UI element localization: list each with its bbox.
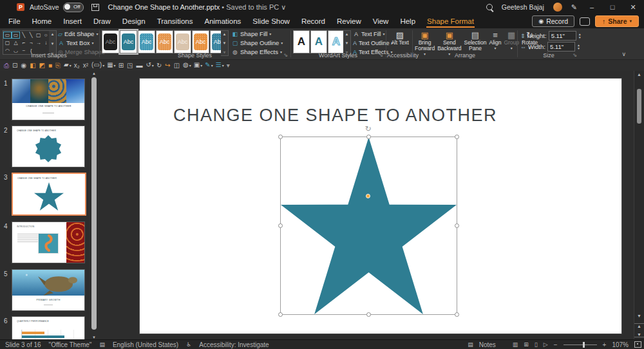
zoom-slider-thumb[interactable] [583,342,585,348]
shape-option[interactable]: ▢ [35,32,42,39]
dialog-launcher-icon[interactable]: ⇘ [283,53,288,58]
slide-thumbnail-5[interactable]: PRIMARY GROWTH [12,269,85,311]
scroll-up-icon[interactable]: ▲ [345,32,349,36]
shape-style-option[interactable]: Abc [138,30,155,53]
shape-option[interactable]: → [35,39,42,46]
scrollbar-thumb[interactable] [637,89,641,124]
ribbon-button[interactable]: ◧ Shape Fill ▾ [232,30,287,38]
zoom-in-button[interactable]: + [603,341,607,348]
thumbnail-panel-scrollbar[interactable]: ▲ ▼ [91,71,97,340]
wordart-style-option[interactable]: A [328,30,345,53]
record-button[interactable]: ◉ Record [532,15,574,27]
undo-icon[interactable]: ↺ ▾ [146,62,153,69]
resize-handle-s[interactable] [366,312,371,317]
vertical-scrollbar[interactable]: ▲ ▼ ▲ ▼ [634,71,644,340]
ribbon-button[interactable]: A Text Outline ▾ [353,39,390,47]
start-slideshow-icon[interactable]: ⊡ [12,62,18,69]
superscript-icon[interactable]: x² [83,62,89,69]
shape-style-option[interactable]: Abc [102,30,119,53]
shapes-gallery[interactable]: ▭▭╲╲▢○▢△⌐¬→↓◠◡~{ [3,30,50,55]
dialog-launcher-icon[interactable]: ⇘ [573,53,577,58]
shape-style-option[interactable]: Abc [120,30,137,53]
slide-thumbnail-4[interactable]: INTRODUCTION [12,222,85,263]
slideshow-icon[interactable]: ▷ [544,341,548,348]
share-button[interactable]: ↑ Share ▾ [595,15,639,27]
slide-thumbnail-2[interactable]: CHANGE ONE SHAPE TO ANOTHER [12,126,85,167]
chevron-down-icon[interactable]: ∨ [281,3,286,11]
ribbon-tab[interactable]: Draw [88,15,117,28]
shape-option[interactable]: ▭ [3,32,12,39]
minimize-button[interactable]: – [586,3,598,11]
shapes-icon[interactable]: ◩ [39,62,46,69]
ribbon-button[interactable]: A Text Box ▾ [58,39,98,47]
resize-handle-w[interactable] [278,223,283,228]
format-painter-icon[interactable]: ▰ ▾ [64,62,71,69]
ribbon-button[interactable]: ▢ Shape Outline ▾ [232,39,287,47]
fit-slide-to-window-icon[interactable] [634,341,641,348]
spell-check-icon[interactable]: ▤ [99,341,105,348]
table-icon[interactable]: ▦ ▾ [107,62,115,69]
scroll-down-icon[interactable]: ▼ [634,314,644,318]
accessibility-status[interactable]: Accessibility: Investigate [199,341,269,348]
save-icon[interactable] [91,4,99,11]
rectangle-icon[interactable]: ■ [48,62,53,69]
shape-effects-icon[interactable]: ◍ ▾ [183,62,191,69]
ribbon-button[interactable]: ▱ Edit Shape ▾ [58,30,98,38]
shape-option[interactable]: ╲ [28,32,35,39]
more-commands-icon[interactable]: ▾ [227,62,231,69]
resize-handle-ne[interactable] [455,135,459,139]
placeholder-icon[interactable]: (▭) ▾ [91,62,104,69]
scroll-down-icon[interactable]: ▼ [223,41,227,45]
scroll-down-icon[interactable]: ▼ [345,41,349,45]
grid-icon[interactable]: ⊞ [118,62,124,69]
resize-handle-n[interactable] [366,135,371,139]
zoom-level[interactable]: 107% [612,341,629,348]
subscript-icon[interactable]: x₂ [74,62,80,69]
shape-selection-box[interactable]: ↻ [280,137,457,315]
scroll-up-icon[interactable]: ▲ [51,32,55,36]
shape-styles-gallery[interactable]: Abc Abc Abc Abc Abc [102,30,227,53]
slide-thumbnail-1[interactable]: CHANGE ONE SHAPE TO ANOTHER [12,79,85,120]
alt-text-button[interactable]: ▨ Alt Text [388,30,412,46]
scrollbar-thumb[interactable] [91,77,97,330]
ribbon-tab[interactable]: Help [394,15,421,28]
shape-option[interactable]: ▢ [4,39,11,46]
document-title[interactable]: Change One Shape to Another.pptx • Saved… [108,3,287,12]
zoom-out-button[interactable]: − [554,341,558,348]
save-icon[interactable]: ⎙ [4,62,10,69]
scroll-up-icon[interactable]: ▲ [91,71,97,75]
ribbon-tab[interactable]: Transitions [151,15,199,28]
resize-handle-sw[interactable] [278,312,283,317]
resize-handle-e[interactable] [455,223,459,228]
slide-title-textbox[interactable]: CHANGE ONE SHAPE TO ANOTHER [173,106,497,126]
scroll-up-icon[interactable]: ▲ [223,32,227,36]
shape-option[interactable]: ⌐ [20,39,27,46]
resize-handle-se[interactable] [455,312,459,317]
autosave-toggle[interactable]: Off [63,3,84,12]
copy-shape-icon[interactable]: ⎘ [55,62,61,69]
slide-indicator[interactable]: Slide 3 of 16 [5,341,41,348]
reading-view-icon[interactable]: ▯ [535,341,538,348]
outline-color-icon[interactable]: ✎ ▾ [205,62,213,69]
shape-style-option[interactable]: Abc [192,30,209,53]
ribbon-tab[interactable]: Slide Show [247,15,296,28]
notes-button[interactable]: Notes [479,341,496,348]
height-spinner[interactable]: ▲▼ [578,33,582,39]
language-indicator[interactable]: English (United States) [113,341,178,348]
avatar[interactable] [553,3,562,12]
ribbon-tab[interactable]: Record [296,15,331,28]
ribbon-tab[interactable]: Home [26,15,58,28]
shape-option[interactable]: ▭ [12,32,20,39]
slide-layout-icon[interactable]: ▬ [136,62,143,69]
ribbon-tab[interactable]: Insert [57,15,88,28]
previous-slide-button[interactable]: ▲ [634,323,644,328]
preview-icon[interactable]: ◉ [21,62,27,69]
height-input[interactable]: 5.11" [549,31,576,41]
dialog-launcher-icon[interactable]: ⇘ [379,53,383,58]
shape-option[interactable]: ╲ [20,32,27,39]
rotate-handle-icon[interactable]: ↻ [365,125,372,133]
ribbon-tab[interactable]: File [3,15,26,28]
normal-view-icon[interactable]: ▥ [513,341,518,348]
slide-thumbnail-3-selected[interactable]: CHANGE ONE SHAPE TO ANOTHER [12,173,86,216]
collapse-ribbon-icon[interactable]: ∨ [621,51,626,57]
